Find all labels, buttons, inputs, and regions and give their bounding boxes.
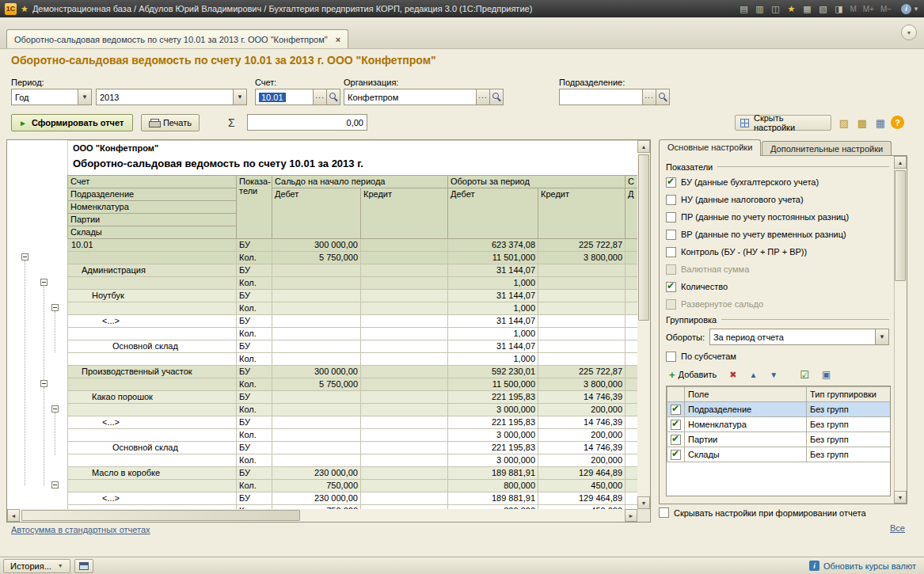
chevron-down-icon[interactable]: ▼ bbox=[875, 329, 888, 344]
by-subaccounts-checkbox[interactable] bbox=[666, 352, 676, 362]
report-cell[interactable]: Кол. bbox=[237, 404, 272, 416]
load-settings-icon[interactable]: ▩ bbox=[854, 115, 870, 131]
report-cell[interactable]: Кол. bbox=[237, 277, 272, 290]
hide-on-generate-row[interactable]: Скрывать настройки при формировании отче… bbox=[659, 507, 866, 518]
calendar-icon[interactable]: ▧ bbox=[816, 2, 830, 15]
report-cell[interactable]: 5 750,000 bbox=[272, 252, 361, 264]
scroll-thumb[interactable] bbox=[895, 170, 906, 281]
grouping-type-cell[interactable]: Без групп bbox=[807, 447, 891, 462]
report-cell[interactable] bbox=[272, 416, 361, 429]
report-cell[interactable] bbox=[361, 302, 448, 315]
report-cell[interactable] bbox=[538, 328, 626, 340]
report-cell[interactable] bbox=[68, 454, 237, 467]
report-cell[interactable] bbox=[538, 302, 626, 315]
checkbox[interactable] bbox=[666, 212, 676, 222]
grouping-row[interactable]: ПартииБез групп bbox=[667, 432, 891, 447]
collapse-group-button[interactable] bbox=[40, 380, 48, 387]
grouping-field-cell[interactable]: Номенклатура bbox=[685, 417, 807, 432]
report-cell[interactable]: БУ bbox=[237, 264, 272, 277]
collapse-group-button[interactable] bbox=[51, 304, 59, 311]
save-copy-icon[interactable]: ▥ bbox=[752, 2, 766, 15]
save-settings-icon[interactable]: ▨ bbox=[836, 115, 852, 131]
memory-button[interactable]: M− bbox=[878, 5, 894, 13]
tab-main-settings[interactable]: Основные настройки bbox=[659, 139, 761, 156]
calculator-icon[interactable]: ▦ bbox=[800, 2, 814, 15]
choose-button[interactable]: ... bbox=[642, 89, 656, 105]
memory-button[interactable]: M bbox=[847, 5, 858, 13]
grouping-type-cell[interactable]: Без групп bbox=[807, 417, 891, 432]
organization-input[interactable]: Конфетпром ... bbox=[344, 89, 504, 105]
report-cell[interactable]: 14 746,39 bbox=[538, 416, 626, 429]
report-cell[interactable]: Кол. bbox=[237, 353, 272, 366]
report-cell[interactable]: Кол. bbox=[237, 328, 272, 340]
report-cell[interactable]: Кол. bbox=[237, 252, 272, 264]
turnovers-select[interactable]: За период отчета ▼ bbox=[709, 329, 889, 345]
checkbox[interactable] bbox=[666, 177, 676, 188]
report-horizontal-scrollbar[interactable]: ◄ ► bbox=[7, 509, 637, 522]
report-cell[interactable] bbox=[272, 404, 361, 416]
report-cell[interactable]: Кол. bbox=[237, 454, 272, 467]
report-cell[interactable]: Основной склад bbox=[68, 442, 237, 454]
report-cell[interactable] bbox=[361, 429, 448, 442]
report-cell[interactable] bbox=[68, 404, 237, 416]
links-icon[interactable]: ◨ bbox=[831, 2, 846, 15]
report-cell[interactable] bbox=[361, 442, 448, 454]
scroll-down-button[interactable]: ▼ bbox=[637, 496, 650, 509]
report-cell[interactable]: <...> bbox=[68, 492, 237, 505]
grouping-type-cell[interactable]: Без групп bbox=[807, 402, 891, 417]
report-cell[interactable] bbox=[68, 302, 237, 315]
report-cell[interactable]: БУ bbox=[237, 416, 272, 429]
indicator-row[interactable]: БУ (данные бухгалтерского учета) bbox=[666, 173, 889, 191]
report-cell[interactable]: 3 000,000 bbox=[448, 454, 538, 467]
report-cell[interactable]: БУ bbox=[237, 467, 272, 480]
report-cell[interactable] bbox=[68, 252, 237, 264]
settings-vertical-scrollbar[interactable]: ▲ ▼ bbox=[894, 156, 907, 504]
scroll-thumb[interactable] bbox=[21, 510, 300, 521]
report-cell[interactable]: <...> bbox=[68, 416, 237, 429]
report-cell[interactable] bbox=[361, 328, 448, 340]
checkbox[interactable] bbox=[671, 435, 681, 445]
report-cell[interactable]: 225 722,87 bbox=[538, 239, 626, 252]
collapse-group-button[interactable] bbox=[21, 253, 29, 260]
tab-close-icon[interactable]: × bbox=[336, 35, 340, 44]
report-cell[interactable]: БУ bbox=[237, 366, 272, 378]
report-cell[interactable]: Ноутбук bbox=[68, 290, 237, 302]
report-cell[interactable] bbox=[538, 340, 626, 353]
report-cell[interactable] bbox=[361, 492, 448, 505]
report-cell[interactable] bbox=[361, 353, 448, 366]
report-cell[interactable] bbox=[361, 416, 448, 429]
print-button[interactable]: Печать bbox=[141, 114, 200, 131]
report-cell[interactable] bbox=[272, 340, 361, 353]
report-cell[interactable]: 230 000,00 bbox=[272, 492, 361, 505]
generate-report-button[interactable]: ► Сформировать отчет bbox=[11, 114, 133, 131]
report-cell[interactable]: 221 195,83 bbox=[448, 391, 538, 404]
collapse-group-button[interactable] bbox=[51, 405, 59, 412]
indicator-row[interactable]: Количество bbox=[666, 278, 889, 295]
report-cell[interactable]: 623 374,08 bbox=[448, 239, 538, 252]
report-cell[interactable]: Масло в коробке bbox=[68, 467, 237, 480]
grouping-row[interactable]: НоменклатураБез групп bbox=[667, 417, 891, 432]
report-cell[interactable]: 129 464,89 bbox=[538, 492, 626, 505]
checkbox[interactable] bbox=[671, 420, 681, 430]
report-cell[interactable] bbox=[272, 328, 361, 340]
report-cell[interactable]: 592 230,01 bbox=[448, 366, 538, 378]
report-cell[interactable]: 800,000 bbox=[448, 480, 538, 492]
period-type-value[interactable]: Год bbox=[12, 89, 78, 105]
report-cell[interactable]: 1,000 bbox=[448, 328, 538, 340]
indicator-row[interactable]: ПР (данные по учету постоянных разниц) bbox=[666, 208, 889, 226]
choose-button[interactable]: ... bbox=[476, 89, 489, 105]
period-type-select[interactable]: Год ▼ bbox=[11, 89, 92, 105]
scroll-up-button[interactable]: ▲ bbox=[894, 156, 907, 169]
tab-additional-settings[interactable]: Дополнительные настройки bbox=[762, 141, 892, 156]
report-cell[interactable]: 11 501,000 bbox=[448, 252, 538, 264]
report-cell[interactable] bbox=[272, 429, 361, 442]
checkbox[interactable] bbox=[666, 230, 676, 240]
report-cell[interactable]: Какао порошок bbox=[68, 391, 237, 404]
report-cell[interactable]: 189 881,91 bbox=[448, 467, 538, 480]
turnovers-value[interactable]: За период отчета bbox=[710, 329, 875, 344]
report-cell[interactable] bbox=[361, 252, 448, 264]
report-cell[interactable]: 14 746,39 bbox=[538, 442, 626, 454]
help-icon[interactable]: ? bbox=[891, 116, 904, 129]
tab-report[interactable]: Оборотно-сальдовая ведомость по счету 10… bbox=[6, 29, 348, 48]
report-cell[interactable] bbox=[361, 315, 448, 328]
